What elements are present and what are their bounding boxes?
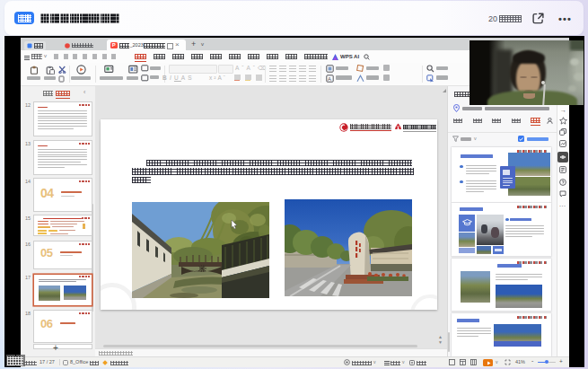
svg-text:A: A: [328, 75, 331, 81]
